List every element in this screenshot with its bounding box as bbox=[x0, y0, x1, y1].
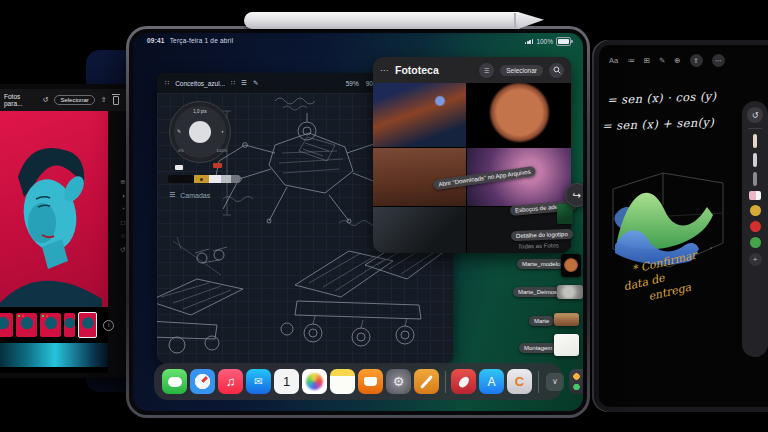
drag-item-label[interactable]: Marte bbox=[529, 316, 554, 326]
thumbnails-icon[interactable]: ∷ bbox=[231, 79, 235, 87]
apple-pencil-seam bbox=[514, 13, 516, 28]
safari-app-icon[interactable] bbox=[190, 369, 215, 394]
photo-filmstrip: i bbox=[0, 311, 114, 339]
appstore-app-icon[interactable]: A bbox=[479, 369, 504, 394]
filters-icon[interactable]: ◑ bbox=[121, 193, 125, 200]
drag-item-label[interactable]: Marte_Deimos bbox=[513, 287, 562, 297]
yellow-color-dot[interactable] bbox=[750, 205, 761, 216]
markup-toolbar: ↺ + bbox=[742, 101, 768, 357]
filmstrip-thumb[interactable] bbox=[16, 313, 37, 337]
share-icon[interactable]: ⇧ bbox=[690, 54, 703, 67]
document-title[interactable]: Conceitos_azul... bbox=[175, 80, 225, 87]
filmstrip-thumb[interactable] bbox=[0, 313, 13, 337]
photo-dark-left[interactable] bbox=[373, 207, 466, 253]
search-icon[interactable] bbox=[549, 63, 564, 78]
fototeca-select-button[interactable]: Selecionar bbox=[500, 65, 543, 76]
marker-tool[interactable] bbox=[753, 153, 758, 167]
camera-dot bbox=[385, 34, 387, 36]
filter-icon[interactable]: ☰ bbox=[479, 63, 494, 78]
duotone-portrait-photo: ✎ bbox=[0, 111, 108, 307]
markup-icon[interactable]: ✎ bbox=[659, 56, 665, 65]
format-button[interactable]: Aa bbox=[609, 56, 618, 65]
dock: ♫ ✉ 1 ⚙ A C ∨ bbox=[154, 363, 562, 400]
pen-icon[interactable]: ✎ bbox=[253, 79, 258, 87]
center-ipad: 09:41 Terça-feira 1 de abril 100% ∷ Conc… bbox=[126, 26, 590, 418]
game-app-icon[interactable]: C bbox=[507, 369, 532, 394]
revert-icon[interactable]: ↺ bbox=[120, 247, 125, 254]
dock-divider bbox=[445, 371, 446, 393]
adjust-icon[interactable]: ⊕ bbox=[120, 179, 125, 186]
drag-item-label[interactable]: Montagem bbox=[519, 343, 557, 353]
photo-grid bbox=[373, 83, 571, 253]
green-color-dot[interactable] bbox=[750, 237, 761, 248]
share-arrow-icon[interactable]: ↪ bbox=[565, 183, 583, 207]
select-button[interactable]: Selecionar bbox=[54, 95, 94, 105]
brush-tool-icon[interactable]: ✎ bbox=[177, 128, 181, 134]
list-icon[interactable]: ☰ bbox=[241, 79, 247, 87]
app-library-icon[interactable] bbox=[569, 369, 583, 394]
brush-wheel[interactable]: 1,0 pts ✎ ◗ 0% 100% bbox=[169, 101, 231, 163]
filmstrip-thumb[interactable] bbox=[40, 313, 61, 337]
divider bbox=[748, 128, 762, 129]
status-date: Terça-feira 1 de abril bbox=[170, 37, 234, 44]
notes-app-icon[interactable] bbox=[330, 369, 355, 394]
apple-pencil bbox=[244, 12, 520, 29]
exposure-icon[interactable]: ◔ bbox=[121, 206, 125, 213]
fototeca-window: ⋯ Fototeca ☰ Selecionar bbox=[373, 57, 571, 253]
drag-item-thumbnail-mars[interactable] bbox=[561, 254, 581, 277]
layers-button[interactable]: ☰ Camadas bbox=[169, 191, 210, 199]
drawing-app-icon[interactable] bbox=[414, 369, 439, 394]
share-icon[interactable]: ⇧ bbox=[101, 96, 107, 104]
messages-app-icon[interactable] bbox=[162, 369, 187, 394]
filmstrip-thumb-selected[interactable] bbox=[78, 312, 97, 338]
white-swatch[interactable] bbox=[175, 165, 183, 170]
layers-label: Camadas bbox=[180, 192, 210, 199]
photo-mars-planet[interactable] bbox=[467, 83, 571, 147]
attach-icon[interactable]: ⊕ bbox=[674, 56, 680, 65]
wallpaper-band bbox=[0, 343, 108, 367]
table-icon[interactable]: ⊞ bbox=[644, 56, 650, 65]
photos-app-icon[interactable] bbox=[302, 369, 327, 394]
right-ipad-screen: Aa ≔ ⊞ ✎ ⊕ ⇧ ⋯ = sen (x) · cos (y) = sen… bbox=[599, 45, 768, 407]
music-app-icon[interactable]: ♫ bbox=[218, 369, 243, 394]
app-menu-icon[interactable]: ∷ bbox=[165, 79, 169, 87]
circle-tool-icon[interactable]: ○ bbox=[121, 233, 125, 240]
add-color-icon[interactable]: + bbox=[749, 253, 762, 266]
checklist-icon[interactable]: ≔ bbox=[627, 56, 635, 65]
opacity-min-label: 0% bbox=[178, 148, 184, 153]
red-swatch[interactable] bbox=[213, 163, 222, 168]
undo-icon[interactable]: ↺ bbox=[747, 107, 763, 123]
calendar-app-icon[interactable]: 1 bbox=[274, 369, 299, 394]
books-app-icon[interactable] bbox=[358, 369, 383, 394]
drag-item-thumbnail-deimos[interactable] bbox=[557, 285, 583, 299]
rocket-app-icon[interactable] bbox=[451, 369, 476, 394]
left-ipad-screen: Fotos para... ↺ Selecionar ⇧ ⋯ bbox=[0, 89, 138, 373]
status-bar-right: 100% bbox=[525, 37, 571, 46]
info-icon[interactable]: i bbox=[103, 320, 114, 331]
trash-icon[interactable] bbox=[113, 96, 119, 105]
drag-item-label[interactable]: Marte_modelo bbox=[517, 259, 565, 269]
camera-dot bbox=[367, 34, 369, 36]
opacity-max-label: 100% bbox=[216, 148, 227, 153]
sticker-thumbnail[interactable] bbox=[557, 204, 573, 224]
zoom-level[interactable]: 59% bbox=[346, 80, 359, 87]
smudge-tool-icon[interactable]: ◗ bbox=[221, 128, 224, 134]
eraser-tool[interactable] bbox=[753, 172, 758, 186]
undo-icon[interactable]: ↺ bbox=[43, 96, 49, 104]
chevron-down-icon[interactable]: ∨ bbox=[546, 373, 564, 391]
window-more-icon[interactable]: ⋯ bbox=[380, 66, 389, 75]
red-color-dot[interactable] bbox=[750, 221, 761, 232]
crop-icon[interactable]: □ bbox=[121, 220, 125, 227]
drag-item-thumbnail-terrain[interactable] bbox=[554, 313, 579, 326]
pen-tool[interactable] bbox=[753, 134, 758, 148]
photo-nebula-blue[interactable] bbox=[373, 83, 466, 147]
drag-item-thumbnail-montage[interactable] bbox=[554, 334, 579, 356]
status-bar-left: 09:41 Terça-feira 1 de abril bbox=[147, 37, 233, 44]
color-chip[interactable] bbox=[749, 191, 761, 200]
color-strip[interactable] bbox=[168, 175, 240, 183]
filmstrip-thumb[interactable] bbox=[64, 313, 75, 337]
more-icon[interactable]: ⋯ bbox=[712, 54, 725, 67]
notes-toolbar: Aa ≔ ⊞ ✎ ⊕ ⇧ ⋯ bbox=[609, 54, 725, 67]
mail-app-icon[interactable]: ✉ bbox=[246, 369, 271, 394]
settings-app-icon[interactable]: ⚙ bbox=[386, 369, 411, 394]
